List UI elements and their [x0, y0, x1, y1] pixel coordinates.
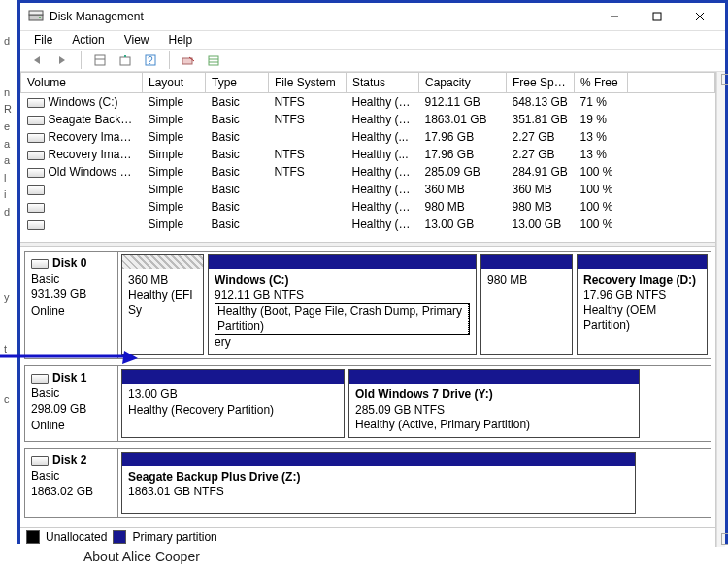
svg-rect-10: [124, 55, 126, 57]
toolbar: ?: [20, 50, 725, 72]
volume-icon: [27, 220, 45, 230]
svg-rect-1: [29, 11, 43, 15]
help-button[interactable]: ?: [140, 50, 161, 71]
partition[interactable]: Recovery Image (D:)17.96 GB NTFSHealthy …: [577, 254, 708, 355]
col-layout[interactable]: Layout: [143, 73, 206, 93]
svg-rect-7: [95, 55, 105, 65]
legend-swatch-unallocated: [26, 530, 40, 544]
disk-mgmt-icon: [28, 9, 44, 24]
table-row[interactable]: SimpleBasicHealthy (R...13.00 GB13.00 GB…: [21, 216, 715, 233]
minimize-button[interactable]: [593, 3, 636, 30]
volume-icon: [27, 116, 45, 125]
table-row[interactable]: Windows (C:)SimpleBasicNTFSHealthy (B...…: [21, 93, 715, 112]
menubar: File Action View Help: [20, 31, 725, 50]
page-footer-text: About Alice Cooper: [83, 549, 200, 564]
col-status[interactable]: Status: [347, 73, 419, 93]
legend: Unallocated Primary partition: [20, 527, 715, 547]
disk-icon: [31, 456, 49, 466]
toolbar-icon-3[interactable]: [203, 50, 224, 71]
table-row[interactable]: SimpleBasicHealthy (E...360 MB360 MB100 …: [21, 181, 715, 198]
svg-rect-14: [209, 56, 218, 65]
table-row[interactable]: Seagate Backup Pl...SimpleBasicNTFSHealt…: [21, 111, 715, 128]
disk-management-window: Disk Management File Action View Help ?: [17, 0, 728, 544]
partition[interactable]: Windows (C:)912.11 GB NTFSHealthy (Boot,…: [208, 254, 477, 355]
close-button[interactable]: [678, 3, 721, 30]
legend-primary: Primary partition: [132, 530, 216, 544]
back-button[interactable]: [26, 50, 48, 71]
partition[interactable]: Old Windows 7 Drive (Y:)285.09 GB NTFSHe…: [348, 369, 640, 438]
volume-icon: [27, 203, 45, 213]
svg-text:?: ?: [148, 55, 153, 66]
col-spare[interactable]: [628, 73, 715, 93]
svg-rect-4: [653, 13, 661, 20]
volume-list[interactable]: Volume Layout Type File System Status Ca…: [20, 72, 715, 242]
volume-icon: [27, 185, 45, 195]
legend-swatch-primary: [113, 530, 126, 544]
volume-icon: [27, 98, 45, 108]
disk-row: Disk 2Basic1863.02 GBSeagate Backup Plus…: [24, 448, 711, 518]
disk-row: Disk 1Basic298.09 GBOnline13.00 GBHealth…: [24, 365, 711, 442]
toolbar-icon-2[interactable]: [178, 50, 199, 71]
volume-icon: [27, 168, 45, 178]
col-pct[interactable]: % Free: [575, 73, 628, 93]
col-fs[interactable]: File System: [269, 73, 347, 93]
svg-rect-9: [120, 57, 130, 65]
col-volume[interactable]: Volume: [21, 73, 143, 93]
table-row[interactable]: Recovery Image (D:)SimpleBasicHealthy (.…: [21, 128, 715, 146]
menu-view[interactable]: View: [115, 31, 159, 49]
disk-row: Disk 0Basic931.39 GBOnline360 MBHealthy …: [24, 251, 711, 359]
menu-file[interactable]: File: [24, 31, 62, 49]
refresh-button[interactable]: [115, 50, 136, 71]
disk-label[interactable]: Disk 0Basic931.39 GBOnline: [25, 252, 118, 358]
table-row[interactable]: Old Windows 7 Dri...SimpleBasicNTFSHealt…: [21, 163, 715, 181]
titlebar: Disk Management: [20, 3, 725, 31]
col-free[interactable]: Free Spa...: [507, 73, 575, 93]
col-capacity[interactable]: Capacity: [419, 73, 507, 93]
svg-rect-13: [182, 58, 192, 64]
volume-icon: [27, 133, 45, 143]
svg-point-2: [39, 17, 41, 18]
legend-unallocated: Unallocated: [46, 530, 107, 544]
table-row[interactable]: SimpleBasicHealthy (R...980 MB980 MB100 …: [21, 198, 715, 216]
col-type[interactable]: Type: [206, 73, 269, 93]
disk-icon: [31, 259, 49, 269]
menu-help[interactable]: Help: [159, 31, 203, 49]
forward-button[interactable]: [51, 50, 73, 71]
table-row[interactable]: Recovery Image (D:)SimpleBasicNTFSHealth…: [21, 146, 715, 163]
vertical-scrollbar[interactable]: [716, 72, 725, 547]
menu-action[interactable]: Action: [62, 31, 114, 49]
disk-icon: [31, 374, 49, 384]
maximize-button[interactable]: [636, 3, 678, 30]
disk-label[interactable]: Disk 2Basic1863.02 GB: [25, 449, 118, 517]
partition[interactable]: 980 MB: [480, 254, 573, 355]
disk-label[interactable]: Disk 1Basic298.09 GBOnline: [25, 366, 118, 441]
partition[interactable]: 13.00 GBHealthy (Recovery Partition): [121, 369, 345, 438]
partition[interactable]: 360 MBHealthy (EFI Sy: [121, 254, 204, 355]
disk-graphical-view: Disk 0Basic931.39 GBOnline360 MBHealthy …: [20, 247, 715, 527]
toolbar-icon-1[interactable]: [89, 50, 111, 71]
window-title: Disk Management: [50, 10, 593, 23]
partition[interactable]: Seagate Backup Plus Drive (Z:)1863.01 GB…: [121, 452, 636, 514]
volume-icon: [27, 151, 45, 160]
